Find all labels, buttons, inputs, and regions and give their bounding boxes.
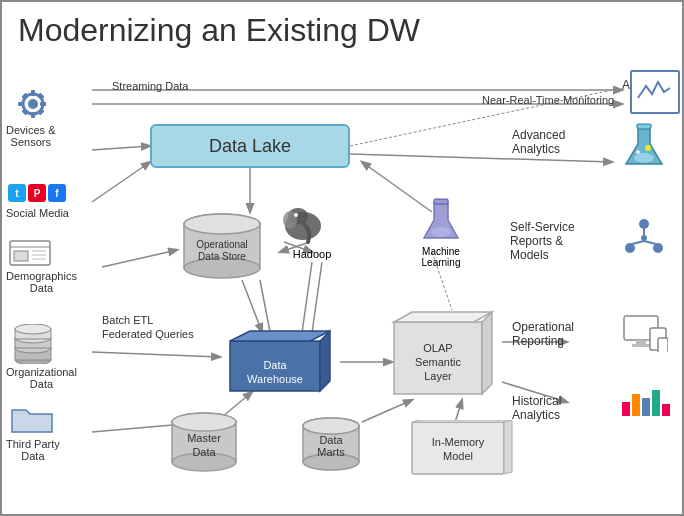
svg-marker-61 xyxy=(320,331,330,391)
in-memory-node: In-Memory Model xyxy=(410,420,516,476)
svg-point-84 xyxy=(303,418,359,434)
svg-point-56 xyxy=(294,213,298,217)
svg-point-91 xyxy=(639,219,649,229)
svg-point-88 xyxy=(634,153,654,163)
svg-text:Data: Data xyxy=(319,434,343,446)
machine-learning-label: MachineLearning xyxy=(400,246,482,268)
svg-marker-66 xyxy=(482,312,492,394)
svg-line-5 xyxy=(92,352,220,357)
svg-text:Semantic: Semantic xyxy=(415,356,461,368)
social-media-icons: t P f xyxy=(8,184,66,202)
social-media-label: Social Media xyxy=(6,207,69,219)
svg-line-11 xyxy=(260,280,270,332)
svg-line-8 xyxy=(350,154,612,162)
svg-text:Layer: Layer xyxy=(424,370,452,382)
svg-text:Master: Master xyxy=(187,432,221,444)
svg-line-2 xyxy=(92,146,150,150)
svg-text:Marts: Marts xyxy=(317,446,345,458)
self-service-icon xyxy=(622,216,666,264)
devices-sensors-icon xyxy=(10,82,56,130)
machine-learning-node: MachineLearning xyxy=(400,198,482,268)
svg-marker-60 xyxy=(230,331,330,341)
operational-reporting-label: OperationalReporting xyxy=(512,320,574,348)
svg-rect-99 xyxy=(636,340,646,344)
pinterest-icon: P xyxy=(28,184,46,202)
batch-etl-label: Batch ETL xyxy=(102,314,153,326)
svg-point-78 xyxy=(172,413,236,431)
svg-rect-29 xyxy=(40,102,46,106)
facebook-icon: f xyxy=(48,184,66,202)
svg-rect-57 xyxy=(434,199,448,204)
svg-line-4 xyxy=(102,250,177,267)
svg-marker-72 xyxy=(504,420,512,474)
slide: Modernizing an Existing DW xyxy=(0,0,684,516)
self-service-label: Self-ServiceReports &Models xyxy=(510,220,575,262)
svg-text:Model: Model xyxy=(443,450,473,462)
svg-point-94 xyxy=(641,235,647,241)
data-marts-node: Data Marts xyxy=(296,417,366,477)
svg-rect-100 xyxy=(632,344,650,347)
data-warehouse-node: Data Warehouse xyxy=(220,327,340,395)
svg-text:OLAP: OLAP xyxy=(423,342,452,354)
devices-label: Devices &Sensors xyxy=(6,124,56,148)
svg-rect-36 xyxy=(14,251,28,261)
svg-rect-30 xyxy=(21,92,28,99)
page-title: Modernizing an Existing DW xyxy=(2,2,682,53)
svg-rect-102 xyxy=(658,338,668,352)
svg-text:Operational: Operational xyxy=(196,239,248,250)
alert-monitor-icon xyxy=(630,70,680,114)
svg-line-97 xyxy=(644,241,656,244)
operational-data-store-node: Operational Data Store xyxy=(177,212,267,280)
svg-rect-33 xyxy=(37,108,44,115)
svg-rect-27 xyxy=(31,112,35,118)
svg-text:Data Store: Data Store xyxy=(198,251,246,262)
svg-text:Data: Data xyxy=(263,359,287,371)
historical-analytics-icon xyxy=(622,388,670,416)
third-party-icon xyxy=(10,402,54,440)
advanced-analytics-icon xyxy=(622,122,666,176)
svg-line-96 xyxy=(632,241,644,244)
hadoop-label: Hadoop xyxy=(278,248,346,260)
svg-line-22 xyxy=(362,400,412,422)
svg-point-25 xyxy=(28,99,38,109)
svg-text:Warehouse: Warehouse xyxy=(247,373,303,385)
organizational-label: OrganizationalData xyxy=(6,366,77,390)
demographics-icon xyxy=(8,237,52,273)
svg-line-3 xyxy=(92,162,150,202)
twitter-icon: t xyxy=(8,184,26,202)
svg-text:Data: Data xyxy=(192,446,216,458)
historical-analytics-label: HistoricalAnalytics xyxy=(512,394,561,422)
svg-rect-28 xyxy=(18,102,24,106)
svg-point-50 xyxy=(184,214,260,234)
svg-rect-87 xyxy=(637,124,651,129)
svg-point-46 xyxy=(15,324,51,334)
svg-marker-65 xyxy=(394,312,492,322)
operational-reporting-icon xyxy=(622,314,668,356)
streaming-data-label: Streaming Data xyxy=(112,80,188,92)
svg-rect-26 xyxy=(31,90,35,96)
federated-queries-label: Federated Queries xyxy=(102,328,194,340)
organizational-icon xyxy=(8,324,58,368)
data-lake-node: Data Lake xyxy=(150,124,350,168)
svg-rect-31 xyxy=(21,108,28,115)
svg-point-90 xyxy=(645,145,651,151)
near-real-time-label: Near-Real-Time Monitoring xyxy=(482,94,614,106)
advanced-analytics-label: AdvancedAnalytics xyxy=(512,128,565,156)
olap-node: OLAP Semantic Layer xyxy=(386,308,504,398)
svg-line-10 xyxy=(242,280,262,332)
svg-point-58 xyxy=(431,227,451,237)
svg-marker-71 xyxy=(412,420,512,422)
svg-text:In-Memory: In-Memory xyxy=(432,436,485,448)
demographics-label: DemographicsData xyxy=(6,270,77,294)
hadoop-node: Hadoop xyxy=(278,198,346,260)
master-data-node: Master Data xyxy=(164,412,244,476)
svg-point-89 xyxy=(636,150,640,154)
svg-rect-32 xyxy=(37,92,44,99)
third-party-label: Third PartyData xyxy=(6,438,60,462)
svg-rect-70 xyxy=(412,422,504,474)
